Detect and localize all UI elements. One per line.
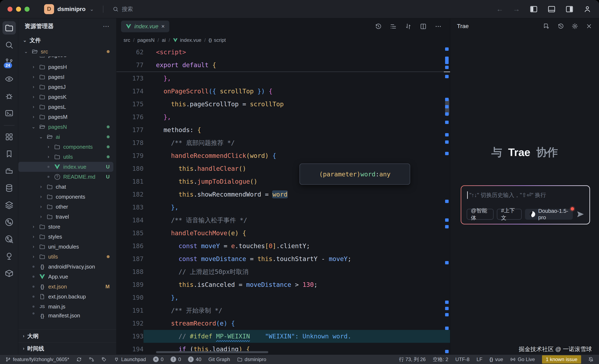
line-number[interactable]: 183 xyxy=(116,201,143,214)
tree-item-travel[interactable]: ›travel xyxy=(18,212,113,222)
code-line-179[interactable]: 179 handleRecommendClick(word) { xyxy=(116,149,450,162)
close-window-button[interactable] xyxy=(8,7,12,12)
terminal-activity-button[interactable] xyxy=(2,107,16,120)
files-activity-button[interactable] xyxy=(2,21,16,35)
toggle-bottom-panel-button[interactable] xyxy=(547,5,556,13)
status-item[interactable] xyxy=(89,357,94,362)
line-number[interactable]: 189 xyxy=(116,278,143,291)
tree-item-src[interactable]: ⌄src xyxy=(18,47,113,57)
close-button[interactable] xyxy=(586,23,592,29)
outline-section-header[interactable]: › 大纲 xyxy=(18,329,116,342)
code-line-192[interactable]: 192 streamRecord(e) { xyxy=(116,317,450,330)
code-line-62[interactable]: 62<script> xyxy=(116,46,450,59)
status-item[interactable] xyxy=(588,357,594,362)
line-number[interactable]: 179 xyxy=(116,149,143,162)
line-number[interactable]: 194 xyxy=(116,343,143,355)
line-number[interactable]: 173 xyxy=(116,72,143,85)
tree-activity-button[interactable] xyxy=(2,250,16,263)
forward-button[interactable]: → xyxy=(513,5,520,13)
status-item-0[interactable]: ×0 xyxy=(153,356,163,362)
tree-item-pagesJ[interactable]: ›pagesJ xyxy=(18,82,113,92)
code-line-190[interactable]: 190 }, xyxy=(116,291,450,304)
code-line-content[interactable]: handleRecommendClick(word) { xyxy=(143,149,450,162)
code-line-187[interactable]: 187 const moveDistance = this.touchStart… xyxy=(116,252,450,266)
line-number[interactable]: 175 xyxy=(116,98,143,111)
line-number[interactable]: 191 xyxy=(116,304,143,317)
code-line-content[interactable]: }, xyxy=(143,111,450,124)
status-item[interactable] xyxy=(76,357,82,362)
minimize-window-button[interactable] xyxy=(16,7,21,12)
line-number[interactable]: 192 xyxy=(116,317,143,330)
tab-index-vue[interactable]: index.vue × xyxy=(121,21,169,32)
breadcrumb-item[interactable]: src xyxy=(123,37,130,43)
project-folders-activity-button[interactable] xyxy=(2,164,16,178)
tree-item-ai[interactable]: ⌄ai xyxy=(18,132,113,142)
account-icon[interactable] xyxy=(583,5,591,13)
code-line-184[interactable]: 184 /** 语音输入松手事件 */ xyxy=(116,214,450,227)
code-line-content[interactable]: const moveDistance = this.touchStartY - … xyxy=(143,252,450,266)
status-item-utf-8[interactable]: UTF-8 xyxy=(455,356,469,362)
line-number[interactable]: 188 xyxy=(116,266,143,278)
tree-item-main.js[interactable]: JSmain.js xyxy=(18,302,113,311)
code-line-77[interactable]: 77export default { xyxy=(116,59,450,71)
status-item-dsminipro[interactable]: dsminipro xyxy=(237,356,266,362)
overview-ruler[interactable] xyxy=(444,46,450,355)
breadcrumb-item[interactable]: {}script xyxy=(209,37,226,43)
tree-item-other[interactable]: ›other xyxy=(18,202,113,212)
tree-item-androidPrivacy.json[interactable]: {}androidPrivacy.json xyxy=(18,262,113,272)
status-item-1-known-issue[interactable]: 1 known issue xyxy=(542,355,581,364)
tree-item-README.md[interactable]: ?README.mdU xyxy=(18,172,113,182)
line-number[interactable]: 187 xyxy=(116,252,143,266)
tree-item-ext.json.backup[interactable]: ext.json.backup xyxy=(18,292,113,302)
more-actions-icon[interactable]: ⋯ xyxy=(103,22,110,30)
code-line-content[interactable]: /** 底部问题推荐 */ xyxy=(143,136,450,149)
database-activity-button[interactable] xyxy=(2,181,16,195)
status-item[interactable] xyxy=(101,357,107,362)
status-item--2[interactable]: 空格: 2 xyxy=(433,356,449,363)
toggle-left-panel-button[interactable] xyxy=(529,5,538,13)
tree-item-utils[interactable]: ›utils xyxy=(18,252,113,262)
breadcrumb-item[interactable]: ai xyxy=(162,37,166,43)
line-number[interactable]: 184 xyxy=(116,214,143,227)
line-number[interactable]: 180 xyxy=(116,162,143,175)
split-editor-button[interactable] xyxy=(420,23,427,30)
code-line-content[interactable]: /** 语音输入松手事件 */ xyxy=(143,214,450,227)
code-line-content[interactable]: <script> xyxy=(143,46,450,59)
layers-activity-button[interactable] xyxy=(2,198,16,212)
line-number[interactable]: 185 xyxy=(116,227,143,240)
tree-item-index.vue[interactable]: index.vueU xyxy=(18,162,113,172)
git-lens-activity-button[interactable] xyxy=(2,232,16,246)
timeline-section-header[interactable]: › 时间线 xyxy=(18,342,116,355)
code-line-content[interactable]: streamRecord(e) { xyxy=(143,317,450,330)
context-chip[interactable]: #上下文 xyxy=(497,209,522,220)
horizontal-scrollbar[interactable] xyxy=(156,351,268,353)
tree-item-pagesH[interactable]: ›pagesH xyxy=(18,62,113,72)
status-item--73-26[interactable]: 行 73, 列 26 xyxy=(399,356,426,363)
line-number[interactable]: 77 xyxy=(116,59,143,71)
code-line-182[interactable]: 182 this.showRecommendWord = word xyxy=(116,188,450,201)
source-control-activity-button[interactable]: 24 xyxy=(2,55,16,69)
status-item-40[interactable]: i40 xyxy=(188,356,201,362)
settings-button[interactable] xyxy=(572,23,578,29)
line-number[interactable]: 193 xyxy=(116,330,143,343)
code-line-content[interactable]: methods: { xyxy=(143,124,450,136)
project-switcher[interactable]: D dsminipro ⌄ xyxy=(44,4,94,14)
git-graph-activity-button[interactable] xyxy=(2,215,16,229)
code-line-177[interactable]: 177 methods: { xyxy=(116,124,450,136)
code-line-186[interactable]: 186 const moveY = e.touches[0].clientY; xyxy=(116,240,450,252)
tree-item-store[interactable]: ›store xyxy=(18,222,113,232)
tree-item-styles[interactable]: ›styles xyxy=(18,232,113,242)
outline-button[interactable] xyxy=(390,23,397,30)
breadcrumb-item[interactable]: index.vue xyxy=(173,37,201,43)
extensions-activity-button[interactable] xyxy=(2,130,16,143)
history-button[interactable] xyxy=(557,23,564,29)
code-line-content[interactable]: }, xyxy=(143,72,450,85)
status-item-launchpad[interactable]: Launchpad xyxy=(114,356,146,362)
code-line-content[interactable]: this.isCanceled = moveDistance > 130; xyxy=(143,278,450,291)
line-number[interactable]: 177 xyxy=(116,124,143,136)
compare-button[interactable] xyxy=(405,23,412,30)
code-line-content[interactable]: }, xyxy=(143,291,450,304)
send-icon[interactable] xyxy=(576,210,585,219)
code-line-content[interactable]: // 上滑超过50px时取消 xyxy=(143,266,450,278)
global-search[interactable]: 搜索 xyxy=(113,5,133,13)
